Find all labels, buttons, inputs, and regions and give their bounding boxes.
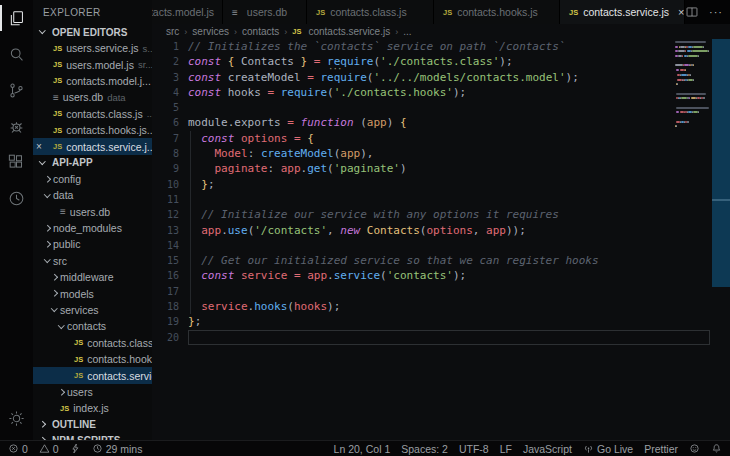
tab-contacts.service.js[interactable]: JScontacts.service.js× xyxy=(560,0,685,24)
status-0[interactable]: 0 xyxy=(39,443,59,455)
tree-item-config[interactable]: config xyxy=(33,171,152,187)
code-line-13[interactable]: 13 app.use('/contacts', new Contacts(opt… xyxy=(152,223,730,238)
status-smiley-icon[interactable] xyxy=(689,443,700,454)
status-bell-icon[interactable] xyxy=(711,443,722,454)
close-icon[interactable]: × xyxy=(33,141,45,152)
chevron-down-icon xyxy=(37,162,48,164)
search-icon[interactable] xyxy=(0,36,33,72)
open-editor-contacts.model.j...[interactable]: JScontacts.model.j... xyxy=(33,73,152,89)
tab-contacts.class.js[interactable]: JScontacts.class.js xyxy=(307,0,434,24)
status-lightning-icon[interactable] xyxy=(70,443,81,454)
chevron-right-icon xyxy=(49,275,60,280)
code-editor[interactable]: 1// Initializes the `contacts` service o… xyxy=(152,39,730,440)
status-0[interactable]: 0 xyxy=(8,443,28,455)
status-javascript[interactable]: JavaScript xyxy=(523,443,572,455)
time-tracker-icon[interactable] xyxy=(0,180,33,216)
breadcrumb-item-src[interactable]: src xyxy=(166,26,179,37)
tree-item-users[interactable]: users xyxy=(33,384,152,400)
code-line-8[interactable]: 8 Model: createModel(app), xyxy=(152,146,730,161)
tree-item-contacts.class.js[interactable]: JScontacts.class.js xyxy=(33,335,152,351)
open-editor-users.db[interactable]: ≡users.dbdata xyxy=(33,89,152,105)
settings-gear-icon[interactable] xyxy=(0,400,33,436)
code-line-7[interactable]: 7 const options = { xyxy=(152,131,730,146)
code-line-6[interactable]: 6module.exports = function (app) { xyxy=(152,115,730,130)
tab-contacts.model.js[interactable]: contacts.model.js xyxy=(152,0,223,24)
line-number: 19 xyxy=(152,314,188,329)
tree-item-middleware[interactable]: middleware xyxy=(33,269,152,285)
status-lf[interactable]: LF xyxy=(500,443,512,455)
minimap[interactable] xyxy=(675,41,710,135)
status-prettier[interactable]: Prettier xyxy=(644,443,678,455)
open-editor-users.model.js[interactable]: JSusers.model.jssr... xyxy=(33,56,152,72)
code-line-20[interactable]: 20 xyxy=(152,330,730,345)
breadcrumb-item-services[interactable]: services xyxy=(192,26,229,37)
code-line-11[interactable]: 11 xyxy=(152,192,730,207)
split-editor-button[interactable] xyxy=(685,5,699,19)
extensions-icon[interactable] xyxy=(0,144,33,180)
npm-scripts-section[interactable]: NPM SCRIPTS xyxy=(33,433,152,440)
code-line-15[interactable]: 15 // Get our initialized service so tha… xyxy=(152,253,730,268)
vscode-window: EXPLORER OPEN EDITORS JSusers.service.js… xyxy=(0,0,730,456)
js-file-icon: JS xyxy=(74,355,83,364)
status-spaces-2[interactable]: Spaces: 2 xyxy=(401,443,448,455)
tab-users.db[interactable]: ≡users.db xyxy=(223,0,307,24)
activity-bar xyxy=(0,0,33,440)
tree-item-public[interactable]: public xyxy=(33,236,152,252)
code-line-3[interactable]: 3const createModel = require('../../mode… xyxy=(152,70,730,85)
code-line-18[interactable]: 18 service.hooks(hooks); xyxy=(152,299,730,314)
explorer-icon[interactable] xyxy=(0,0,33,36)
close-tab-icon[interactable]: × xyxy=(678,6,684,18)
code-line-12[interactable]: 12 // Initialize our service with any op… xyxy=(152,207,730,222)
tabs: contacts.model.js≡users.dbJScontacts.cla… xyxy=(152,0,685,24)
code-line-9[interactable]: 9 paginate: app.get('paginate') xyxy=(152,161,730,176)
breadcrumb-symbol[interactable]: ... xyxy=(403,26,411,37)
file-tree: configdata≡users.dbnode_modulespublicsrc… xyxy=(33,171,152,417)
open-editors-header[interactable]: OPEN EDITORS xyxy=(33,24,152,40)
code-line-17[interactable]: 17 xyxy=(152,284,730,299)
outline-section[interactable]: OUTLINE xyxy=(33,417,152,433)
tree-item-contacts.hooks.js[interactable]: JScontacts.hooks.js xyxy=(33,351,152,367)
status-29-mins[interactable]: 29 mins xyxy=(92,443,143,455)
tree-item-contacts.service.js[interactable]: JScontacts.service.js xyxy=(33,367,152,383)
chevron-right-icon xyxy=(42,226,53,231)
chevron-down-icon xyxy=(37,31,48,33)
tree-item-data[interactable]: data xyxy=(33,187,152,203)
code-line-1[interactable]: 1// Initializes the `contacts` service o… xyxy=(152,39,730,54)
code-line-4[interactable]: 4const hooks = require('./contacts.hooks… xyxy=(152,85,730,100)
code-line-19[interactable]: 19}; xyxy=(152,314,730,329)
editor-group: contacts.model.js≡users.dbJScontacts.cla… xyxy=(152,0,730,440)
code-line-16[interactable]: 16 const service = app.service('contacts… xyxy=(152,268,730,283)
status-utf-8[interactable]: UTF-8 xyxy=(459,443,489,455)
debug-icon[interactable] xyxy=(0,108,33,144)
scrollbar[interactable] xyxy=(712,39,730,287)
tab-contacts.hooks.js[interactable]: JScontacts.hooks.js xyxy=(434,0,560,24)
open-editor-contacts.service.j...[interactable]: ×JScontacts.service.j... xyxy=(33,138,152,154)
open-editor-contacts.hooks.js...[interactable]: JScontacts.hooks.js... xyxy=(33,122,152,138)
code-line-2[interactable]: 2const { Contacts } = require('./contact… xyxy=(152,54,730,69)
open-editor-contacts.class.js[interactable]: JScontacts.class.js... xyxy=(33,106,152,122)
code-line-5[interactable]: 5 xyxy=(152,100,730,115)
chevron-right-icon xyxy=(49,291,60,296)
code-line-10[interactable]: 10 }; xyxy=(152,177,730,192)
tab-bar: contacts.model.js≡users.dbJScontacts.cla… xyxy=(152,0,730,24)
breadcrumb-file[interactable]: JScontacts.service.js xyxy=(292,26,390,37)
js-file-icon: JS xyxy=(53,76,62,85)
tree-item-node-modules[interactable]: node_modules xyxy=(33,220,152,236)
workspace-header[interactable]: API-APP xyxy=(33,155,152,171)
tree-item-users.db[interactable]: ≡users.db xyxy=(33,204,152,220)
tree-item-services[interactable]: services xyxy=(33,302,152,318)
status-go-live[interactable]: Go Live xyxy=(583,443,633,455)
source-control-icon[interactable] xyxy=(0,72,33,108)
open-editors-list: JSusers.service.jss...JSusers.model.jssr… xyxy=(33,40,152,155)
code-line-14[interactable]: 14 xyxy=(152,238,730,253)
status-ln-20-col-1[interactable]: Ln 20, Col 1 xyxy=(334,443,391,455)
open-editor-users.service.js[interactable]: JSusers.service.jss... xyxy=(33,40,152,56)
breadcrumb-item-contacts[interactable]: contacts xyxy=(242,26,279,37)
tree-item-index.js[interactable]: JSindex.js xyxy=(33,400,152,416)
chevron-down-icon xyxy=(56,326,67,328)
tree-item-src[interactable]: src xyxy=(33,253,152,269)
tree-item-models[interactable]: models xyxy=(33,285,152,301)
tree-item-contacts[interactable]: contacts xyxy=(33,318,152,334)
js-file-icon: JS xyxy=(316,8,325,17)
more-actions-button[interactable]: ··· xyxy=(709,6,723,18)
